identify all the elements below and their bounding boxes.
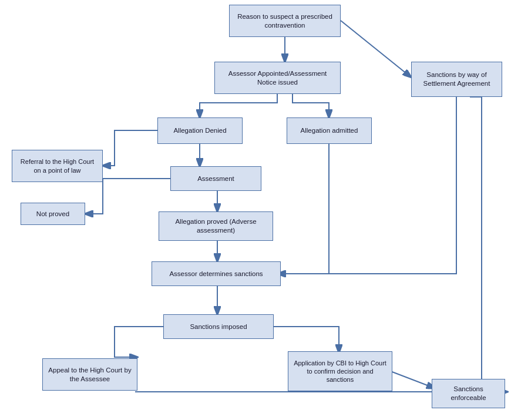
node-sanctions-settlement: Sanctions by way of Settlement Agreement: [411, 62, 502, 97]
node-allegation-denied: Allegation Denied: [157, 117, 243, 144]
node-assessor-sanctions: Assessor determines sanctions: [152, 261, 281, 286]
node-application-cbi: Application by CBI to High Court to conf…: [288, 351, 392, 391]
node-reason: Reason to suspect a prescribed contraven…: [229, 5, 341, 37]
node-sanctions-enforceable: Sanctions enforceable: [432, 379, 505, 408]
svg-line-2: [341, 21, 410, 76]
node-allegation-admitted: Allegation admitted: [287, 117, 372, 144]
svg-line-7: [391, 371, 433, 388]
node-allegation-proved: Allegation proved (Adverse assessment): [159, 211, 273, 241]
node-sanctions-imposed: Sanctions imposed: [163, 314, 274, 339]
node-assessment: Assessment: [170, 166, 261, 191]
node-assessor: Assessor Appointed/Assessment Notice iss…: [214, 62, 341, 94]
node-not-proved: Not proved: [21, 203, 85, 225]
node-referral: Referral to the High Court on a point of…: [12, 150, 103, 182]
node-appeal: Appeal to the High Court by the Assessee: [42, 358, 137, 391]
flowchart: Reason to suspect a prescribed contraven…: [0, 0, 511, 420]
